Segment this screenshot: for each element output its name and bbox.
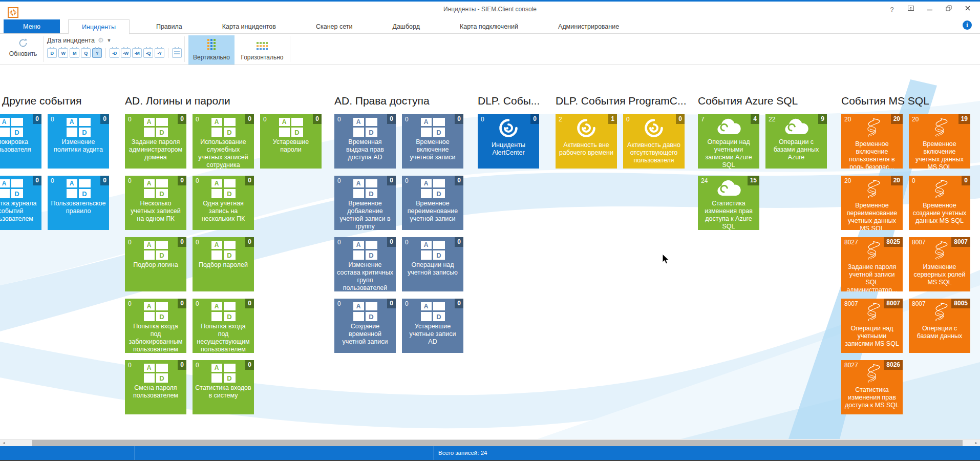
tab-3[interactable]: Сканер сети (303, 19, 366, 34)
tile-count-badge: 0 (245, 360, 254, 370)
incident-tile[interactable]: 00ADСтатистика входов в систему (193, 360, 254, 414)
horizontal-layout-label: Горизонтально (241, 54, 283, 61)
incident-tile[interactable]: 00ADСоздание временной учетной записи (334, 299, 396, 353)
sql-server-sketch-icon (862, 364, 882, 385)
incident-tile[interactable]: 00ADВременное добавление учетной записи … (334, 176, 396, 230)
tile-row: 00ADИзменение состава критичных групп по… (334, 237, 463, 291)
tile-count-left: 20 (844, 177, 851, 184)
scroll-right-arrow[interactable]: ► (974, 441, 978, 445)
tile-count-left: 0 (196, 239, 199, 246)
horizontal-scrollbar[interactable]: ◄ ► (0, 439, 980, 446)
tab-5[interactable]: Карта подключений (446, 19, 531, 34)
tile-row: 00ADВременное добавление учетной записи … (334, 176, 463, 230)
tile-label: Создание временной учетной записи (334, 323, 396, 346)
incident-column: Другие события00ADБлокировка пользовател… (0, 94, 109, 237)
incident-tile[interactable]: 2020Временное переименование учетных дан… (841, 176, 903, 230)
incident-tile[interactable]: 80078005Операции с базами данных (909, 299, 970, 353)
period-button-Q[interactable]: Q (81, 48, 91, 58)
azure-cloud-icon (716, 179, 741, 199)
calendar-picker-button[interactable] (172, 48, 182, 58)
period-button-M[interactable]: M (70, 48, 79, 58)
incident-tile[interactable]: 80078007Операции над учетными записями M… (841, 299, 903, 353)
tab-6[interactable]: Администрирование (545, 19, 632, 34)
close-button[interactable] (964, 5, 972, 13)
tab-2[interactable]: Карта инцидентов (209, 19, 289, 34)
incident-board: Другие события00ADБлокировка пользовател… (0, 65, 980, 439)
help-button[interactable]: ? (888, 5, 896, 13)
gear-icon[interactable]: ⚙ (98, 36, 104, 44)
tile-label: Задание пароля учетной записи SQL админи… (841, 263, 903, 291)
incident-tile[interactable]: 00ADВременное переименование учетной зап… (402, 176, 463, 230)
ad-windows-icon: AD (279, 118, 303, 137)
period-button-W[interactable]: W (58, 48, 68, 58)
restore-button[interactable] (945, 5, 953, 13)
menu-button[interactable]: Меню (4, 19, 60, 33)
period-button-D[interactable]: D (47, 48, 57, 58)
minimize-button[interactable] (926, 5, 934, 13)
scrollbar-thumb[interactable] (32, 440, 963, 446)
tile-label: Изменение состава критичных групп пользо… (334, 261, 396, 291)
tab-0[interactable]: Инциденты (68, 19, 130, 34)
refresh-button[interactable]: Обновить (6, 37, 40, 57)
incident-tile[interactable]: 2019Временное включение учетных данных M… (909, 114, 970, 169)
incident-tile[interactable]: 00ADОчистка журнала событий пользователе… (0, 176, 41, 230)
incident-tile[interactable]: 00Инциденты AlertCenter (478, 114, 539, 169)
ad-windows-icon: AD (421, 179, 445, 199)
incident-tile[interactable]: 00ADВременная выдача прав доступа AD (334, 114, 396, 169)
info-button[interactable]: i (963, 20, 972, 30)
incident-tile[interactable]: 00ADВременное включение учетной записи (402, 114, 463, 169)
incident-tile[interactable]: 00ADОдна учетная запись на нескольких ПК (193, 176, 254, 230)
scroll-left-arrow[interactable]: ◄ (2, 441, 6, 445)
incident-tile[interactable]: 00ADПопытка входа под заблокированным по… (125, 299, 186, 353)
incident-tile[interactable]: 00ADОперации над учетной записью (402, 237, 463, 291)
incident-tile[interactable]: 00ADИзменение состава критичных групп по… (334, 237, 396, 291)
tile-label: Активность давно отсутствующего пользова… (623, 141, 685, 164)
period-button--Y[interactable]: -Y (155, 48, 164, 58)
incident-tile[interactable]: 00ADНесколько учетных записей на одном П… (125, 176, 186, 230)
incident-tile[interactable]: 80278026Статистика изменения прав доступ… (841, 360, 903, 414)
tile-count-badge: 0 (455, 176, 463, 185)
incident-tile[interactable]: 00ADБлокировка пользователя (0, 114, 41, 169)
incident-tile[interactable]: 2020Временное включение пользователя в р… (841, 114, 903, 169)
period-button--D[interactable]: -D (110, 48, 119, 58)
vertical-layout-button[interactable]: Вертикально (188, 35, 235, 65)
tile-label: Пользовательское правило (48, 200, 109, 215)
incident-tile[interactable]: 00ADПодбор паролей (193, 237, 254, 291)
tab-1[interactable]: Правила (143, 19, 196, 34)
tile-row: 00ADПодбор логина00ADПодбор паролей (125, 237, 322, 291)
chevron-down-icon[interactable]: ▼ (107, 38, 112, 43)
tile-label: Устаревшие пароли (260, 138, 322, 154)
incident-tile[interactable]: 80078007Изменение серверных ролей MS SQL (909, 237, 970, 291)
tile-count-badge: 20 (891, 114, 903, 124)
incident-tile[interactable]: 00Активность давно отсутствующего пользо… (623, 114, 685, 169)
tile-count-badge: 0 (178, 360, 186, 370)
incident-column: AD. Логины и пароли00ADЗадание пароля ад… (125, 94, 322, 422)
incident-tile[interactable]: 2415Статистика изменения прав доступа к … (698, 176, 759, 230)
tile-count-badge: 0 (387, 114, 396, 124)
incident-tile[interactable]: 00Временное создание учетных данных MS S… (909, 176, 970, 230)
column-title: DLP. Собы... (478, 94, 540, 108)
period-button-Y[interactable]: Y (92, 48, 102, 58)
incident-tile[interactable]: 80278025Задание пароля учетной записи SQ… (841, 237, 903, 291)
incident-tile[interactable]: 00ADИспользование служебных учетных запи… (193, 114, 254, 169)
incident-tile[interactable]: 74Операции над учетными записями Azure S… (698, 114, 759, 169)
ribbon-display-options-button[interactable] (907, 5, 915, 13)
incident-tile[interactable]: 00ADСмена пароля пользователем (125, 360, 186, 414)
period-button--M[interactable]: -M (132, 48, 142, 58)
incident-tile[interactable]: 00ADЗадание пароля администратором домен… (125, 114, 186, 169)
incident-tile[interactable]: 229Операции с базами данных Azure (765, 114, 827, 169)
tab-4[interactable]: Дашборд (379, 19, 433, 34)
period-button--Q[interactable]: -Q (143, 48, 153, 58)
period-button--W[interactable]: -W (121, 48, 131, 58)
incident-tile[interactable]: 00ADУстаревшие пароли (260, 114, 322, 169)
incident-tile[interactable]: 00ADПользовательское правило (48, 176, 109, 230)
incident-tile[interactable]: 00ADПопытка входа под несуществующим пол… (193, 299, 254, 353)
incident-tile[interactable]: 21Активность вне рабочего времени (556, 114, 617, 169)
incident-tile[interactable]: 00ADИзменение политики аудита (48, 114, 109, 169)
app-logo-icon (8, 7, 18, 18)
ribbon-separator (290, 36, 290, 62)
incident-tile[interactable]: 00ADУстаревшие учетные записи AD (402, 299, 463, 353)
azure-cloud-icon (716, 118, 741, 137)
incident-tile[interactable]: 00ADПодбор логина (125, 237, 186, 291)
horizontal-layout-button[interactable]: Горизонтально (237, 35, 288, 65)
